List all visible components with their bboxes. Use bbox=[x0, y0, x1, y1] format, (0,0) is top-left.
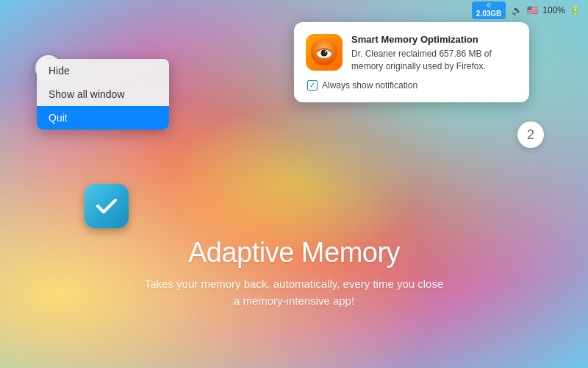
notification-body: Dr. Cleaner reclaimed 657.86 MB of memor… bbox=[351, 48, 517, 73]
hero-subtitle: Takes your memory back, automatically, e… bbox=[0, 276, 588, 309]
notification-popup: Smart Memory Optimization Dr. Cleaner re… bbox=[294, 22, 529, 102]
always-show-label: Always show notification bbox=[322, 80, 417, 91]
notif-app-icon bbox=[306, 34, 343, 71]
menu-item-show-all[interactable]: Show all window bbox=[37, 82, 169, 106]
always-show-checkbox[interactable] bbox=[307, 80, 318, 91]
menu-item-hide[interactable]: Hide bbox=[37, 59, 169, 82]
menubar: © 2.03GB 🔈 🇺🇸 100% 🔋 bbox=[465, 0, 588, 21]
notification-header: Smart Memory Optimization Dr. Cleaner re… bbox=[306, 34, 517, 73]
battery-icon: 🔋 bbox=[570, 5, 581, 15]
memory-icon: © bbox=[487, 2, 491, 10]
hero-section: Adaptive Memory Takes your memory back, … bbox=[0, 237, 588, 309]
context-menu: Hide Show all window Quit bbox=[37, 59, 169, 130]
checkmark-icon bbox=[93, 193, 120, 219]
subtitle-line-2: a memory-intensive app! bbox=[234, 294, 354, 307]
volume-icon[interactable]: 🔈 bbox=[512, 5, 523, 15]
hero-title: Adaptive Memory bbox=[0, 237, 588, 269]
memory-value: 2.03GB bbox=[476, 10, 501, 18]
menubar-icons: 🔈 🇺🇸 100% 🔋 bbox=[512, 5, 581, 15]
flag-icon: 🇺🇸 bbox=[527, 5, 538, 15]
svg-point-4 bbox=[325, 51, 326, 52]
notification-title: Smart Memory Optimization bbox=[351, 34, 517, 45]
battery-percentage: 100% bbox=[542, 5, 565, 15]
subtitle-line-1: Takes your memory back, automatically, e… bbox=[145, 277, 444, 290]
notification-footer: Always show notification bbox=[306, 80, 517, 91]
menu-item-quit[interactable]: Quit bbox=[37, 106, 169, 130]
step-2-circle: 2 bbox=[517, 121, 544, 148]
dr-cleaner-icon bbox=[310, 38, 338, 66]
app-icon[interactable] bbox=[85, 184, 129, 228]
memory-badge[interactable]: © 2.03GB bbox=[472, 1, 506, 19]
notification-content: Smart Memory Optimization Dr. Cleaner re… bbox=[351, 34, 517, 73]
